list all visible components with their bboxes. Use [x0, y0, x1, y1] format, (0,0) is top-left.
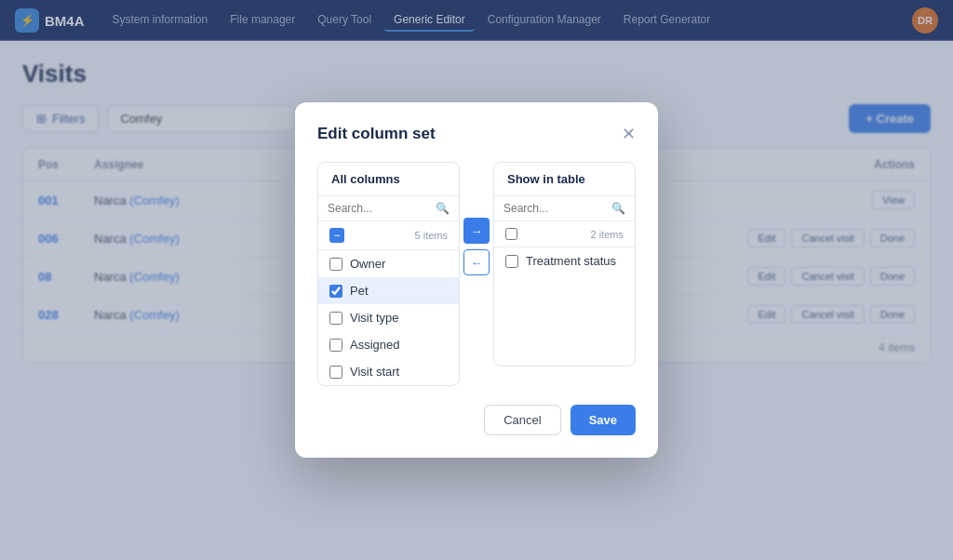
all-columns-count: 5 items [415, 230, 448, 241]
pet-label: Pet [350, 284, 369, 298]
owner-checkbox[interactable] [329, 258, 342, 271]
col-item-visit-type[interactable]: Visit type [318, 304, 459, 331]
pet-checkbox[interactable] [329, 285, 342, 298]
all-columns-search: 🔍 [318, 196, 459, 221]
modal-header: Edit column set ✕ [317, 125, 636, 143]
col-item-assigned[interactable]: Assigned [318, 331, 459, 358]
col-item-visit-start[interactable]: Visit start [318, 358, 459, 385]
assigned-label: Assigned [350, 338, 399, 352]
transfer-buttons: → ← [460, 162, 493, 275]
show-in-table-count: 2 items [591, 229, 624, 240]
col-item-pet[interactable]: Pet [318, 277, 459, 304]
show-in-table-search: 🔍 [494, 196, 635, 221]
modal-overlay: Edit column set ✕ All columns 🔍 − 5 item… [0, 0, 953, 560]
modal-body: All columns 🔍 − 5 items Owner Pet [317, 162, 636, 386]
move-right-button[interactable]: → [463, 218, 490, 244]
owner-label: Owner [350, 257, 385, 271]
treatment-status-label: Treatment status [526, 254, 616, 268]
all-columns-search-input[interactable] [328, 202, 430, 215]
edit-column-set-modal: Edit column set ✕ All columns 🔍 − 5 item… [295, 102, 658, 458]
show-select-all-checkbox[interactable] [505, 228, 517, 240]
visit-type-label: Visit type [350, 311, 399, 325]
modal-close-button[interactable]: ✕ [622, 126, 636, 142]
visit-type-checkbox[interactable] [329, 312, 342, 325]
modal-title: Edit column set [317, 125, 436, 143]
show-in-table-panel: Show in table 🔍 2 items Treatment status [493, 162, 636, 367]
all-columns-header: All columns [318, 163, 459, 196]
all-columns-panel: All columns 🔍 − 5 items Owner Pet [317, 162, 460, 386]
modal-footer: Cancel Save [317, 405, 636, 435]
search-icon-right: 🔍 [611, 202, 625, 215]
visit-start-checkbox[interactable] [329, 366, 342, 379]
cancel-button[interactable]: Cancel [484, 405, 560, 435]
show-in-table-search-input[interactable] [503, 202, 606, 215]
move-left-button[interactable]: ← [463, 249, 490, 275]
treatment-status-checkbox[interactable] [505, 255, 518, 268]
show-select-all-row[interactable]: 2 items [494, 221, 635, 247]
show-in-table-header: Show in table [494, 163, 635, 196]
col-item-treatment-status[interactable]: Treatment status [494, 247, 635, 274]
col-item-owner[interactable]: Owner [318, 250, 459, 277]
save-button[interactable]: Save [570, 405, 636, 435]
select-all-checkbox[interactable]: − [329, 228, 344, 243]
assigned-checkbox[interactable] [329, 339, 342, 352]
select-all-row[interactable]: − 5 items [318, 221, 459, 250]
search-icon: 🔍 [436, 202, 450, 215]
visit-start-label: Visit start [350, 365, 399, 379]
